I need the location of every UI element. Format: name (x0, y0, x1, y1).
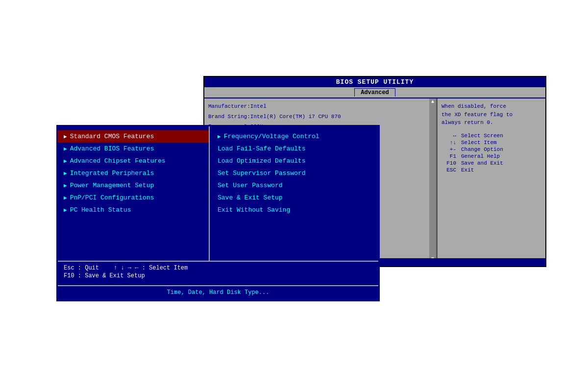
arrow-icon-integrated-peripherals: ▶ (64, 170, 67, 176)
bottom-key-arrows: ↑ ↓ → ← : Select Item (114, 265, 188, 271)
key-help-f1: F1 General Help (441, 153, 541, 159)
arrow-icon-advanced-chipset: ▶ (64, 158, 67, 164)
arrow-icon-standard-cmos: ▶ (64, 133, 67, 140)
bios-bg-sidebar: When disabled, forcethe XD feature flag … (438, 98, 545, 262)
description-text: Time, Date, Hard Disk Type... (167, 289, 270, 296)
menu-item-integrated-peripherals[interactable]: ▶ Integrated Peripherals (58, 167, 209, 179)
bottom-row-1: Esc : Quit ↑ ↓ → ← : Select Item (64, 265, 372, 271)
bios-title-bar: BIOS SETUP UTILITY (204, 77, 545, 87)
help-text: When disabled, forcethe XD feature flag … (441, 102, 541, 127)
bottom-key-f10: F10 : Save & Exit Setup (64, 272, 145, 279)
manufacturer-row: Manufacturer:Intel (208, 102, 432, 111)
menu-label-power-management: Power Management Setup (70, 182, 154, 189)
key-help-esc: ESC Exit (441, 167, 541, 173)
bios-fg-bottom-keys: Esc : Quit ↑ ↓ → ← : Select Item F10 : S… (58, 261, 378, 285)
bios-fg-left-panel: ▶ Standard CMOS Features ▶ Advanced BIOS… (58, 126, 210, 261)
menu-item-save-exit[interactable]: Save & Exit Setup (210, 192, 378, 204)
menu-label-save-exit: Save & Exit Setup (218, 194, 283, 201)
menu-item-load-optimized[interactable]: Load Optimized Defaults (210, 155, 378, 167)
menu-label-advanced-chipset: Advanced Chipset Features (70, 157, 166, 165)
menu-item-user-password[interactable]: Set User Password (210, 179, 378, 192)
menu-label-supervisor-password: Set Supervisor Password (218, 170, 305, 177)
key-help-select-screen: ↔ Select Screen (441, 133, 541, 139)
menu-item-standard-cmos[interactable]: ▶ Standard CMOS Features (58, 130, 209, 143)
key-help-select-item: ↑↓ Select Item (441, 140, 541, 146)
arrow-icon-freq-voltage: ▶ (218, 133, 221, 140)
key-help-change-option: +- Change Option (441, 147, 541, 152)
arrow-icon-pc-health: ▶ (64, 207, 67, 213)
menu-label-load-optimized: Load Optimized Defaults (218, 157, 305, 165)
menu-label-freq-voltage: Frequency/Voltage Control (224, 133, 319, 140)
bottom-row-2: F10 : Save & Exit Setup (64, 272, 372, 279)
menu-item-power-management[interactable]: ▶ Power Management Setup (58, 179, 209, 192)
menu-item-supervisor-password[interactable]: Set Supervisor Password (210, 167, 378, 179)
menu-label-standard-cmos: Standard CMOS Features (70, 133, 154, 140)
bios-fg-content: ▶ Standard CMOS Features ▶ Advanced BIOS… (58, 126, 378, 261)
menu-label-pnp-pci: PnP/PCI Configurations (70, 194, 154, 201)
menu-item-pnp-pci[interactable]: ▶ PnP/PCI Configurations (58, 192, 209, 204)
bios-tab-advanced[interactable]: Advanced (354, 88, 395, 97)
menu-item-load-failsafe[interactable]: Load Fail-Safe Defaults (210, 143, 378, 155)
arrow-icon-pnp-pci: ▶ (64, 195, 67, 201)
key-help-list: ↔ Select Screen ↑↓ Select Item +- Change… (441, 133, 541, 173)
menu-label-exit-nosave: Exit Without Saving (218, 206, 290, 214)
menu-label-pc-health: PC Health Status (70, 206, 131, 214)
bios-title: BIOS SETUP UTILITY (336, 78, 414, 86)
bios-fg-right-panel: ▶ Frequency/Voltage Control Load Fail-Sa… (210, 126, 378, 261)
scroll-bar[interactable]: ▲ ▼ (429, 98, 436, 262)
brand-string-row: Brand String:Intel(R) Core(TM) i7 CPU 87… (208, 113, 432, 122)
bottom-key-esc: Esc : Quit (64, 265, 99, 271)
bios-foreground-window: ▶ Standard CMOS Features ▶ Advanced BIOS… (56, 125, 380, 301)
arrow-icon-power-management: ▶ (64, 182, 67, 189)
key-help-f10: F10 Save and Exit (441, 160, 541, 166)
bios-tab-bar: Advanced (204, 87, 545, 98)
menu-item-advanced-bios[interactable]: ▶ Advanced BIOS Features (58, 143, 209, 155)
scroll-up-arrow[interactable]: ▲ (431, 98, 435, 105)
menu-item-pc-health[interactable]: ▶ PC Health Status (58, 204, 209, 216)
menu-label-user-password: Set User Password (218, 182, 283, 189)
menu-item-exit-nosave[interactable]: Exit Without Saving (210, 204, 378, 216)
bios-fg-description-bar: Time, Date, Hard Disk Type... (58, 285, 378, 300)
menu-label-integrated-peripherals: Integrated Peripherals (70, 170, 154, 177)
arrow-icon-advanced-bios: ▶ (64, 146, 67, 152)
menu-item-freq-voltage[interactable]: ▶ Frequency/Voltage Control (210, 130, 378, 143)
menu-label-advanced-bios: Advanced BIOS Features (70, 145, 154, 152)
menu-item-advanced-chipset[interactable]: ▶ Advanced Chipset Features (58, 155, 209, 167)
menu-label-load-failsafe: Load Fail-Safe Defaults (218, 145, 305, 152)
